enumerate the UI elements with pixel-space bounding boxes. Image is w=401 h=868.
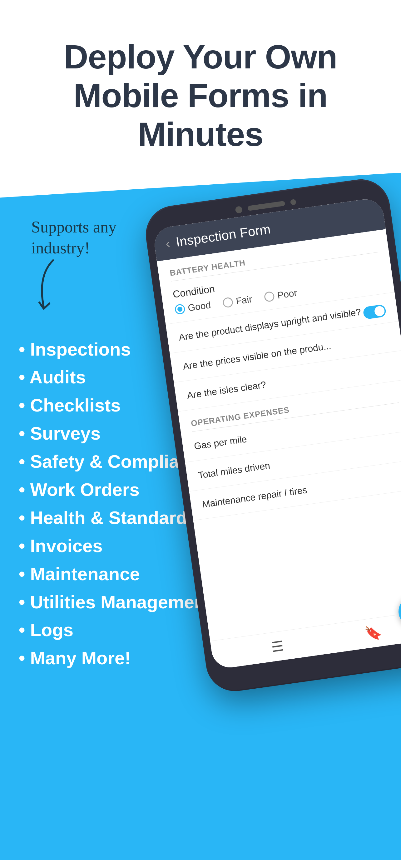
radio-circle-good	[174, 303, 186, 315]
hero-title: Deploy Your Own Mobile Forms in Minutes	[25, 37, 376, 154]
back-arrow-icon[interactable]: ‹	[165, 237, 171, 250]
screen-title: Inspection Form	[175, 221, 271, 250]
radio-fair[interactable]: Fair	[222, 294, 253, 308]
hero-section: Deploy Your Own Mobile Forms in Minutes	[0, 0, 401, 173]
supports-tagline: Supports anyindustry!	[31, 217, 116, 259]
feature-item-invoices: • Invoices	[19, 532, 211, 560]
blue-section: Supports anyindustry! • Inspections • Au…	[0, 173, 401, 860]
radio-circle-poor	[264, 291, 275, 302]
feature-item-utilities: • Utilities Management	[19, 588, 211, 616]
radio-label-good: Good	[188, 300, 211, 313]
feature-item-logs: • Logs	[19, 616, 211, 644]
radio-good[interactable]: Good	[174, 300, 211, 315]
radio-poor[interactable]: Poor	[264, 287, 298, 303]
speaker-bar	[247, 200, 285, 211]
radio-label-poor: Poor	[277, 287, 298, 301]
bookmark-icon[interactable]: 🔖	[364, 624, 383, 642]
sensor-icon	[290, 199, 296, 205]
radio-circle-fair	[222, 297, 234, 308]
camera-icon	[235, 206, 243, 213]
feature-item-more: • Many More!	[19, 644, 211, 672]
feature-item-maintenance: • Maintenance	[19, 560, 211, 588]
radio-label-fair: Fair	[235, 294, 253, 307]
feature-item-health: • Health & Standards	[19, 504, 211, 532]
menu-icon[interactable]: ☰	[270, 638, 285, 655]
arrow-decoration	[28, 257, 66, 321]
